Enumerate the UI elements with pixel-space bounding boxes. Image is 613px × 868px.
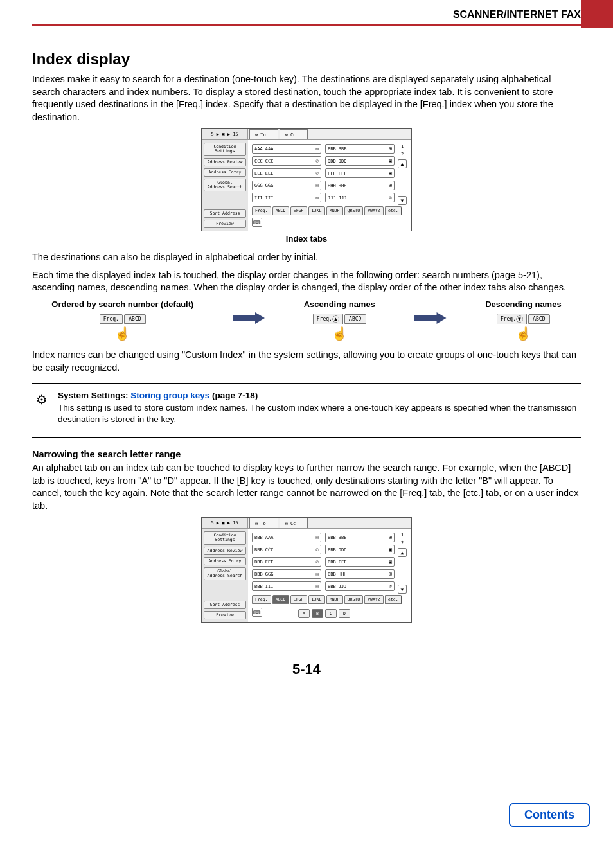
index-tab-ijkl[interactable]: IJKL (308, 595, 325, 604)
index-tab-efgh[interactable]: EFGH (290, 206, 307, 215)
destination[interactable]: BBB EEE✆ (252, 557, 321, 567)
note-header-b: (page 7-18) (209, 391, 258, 400)
page-1: 1 (401, 533, 404, 538)
mini-tab-abcd[interactable]: ABCD (124, 314, 146, 324)
destination[interactable]: BBB BBB⊞ (325, 533, 395, 542)
group-icon: ⊞ (389, 571, 392, 577)
mini-tab-freq[interactable]: Freq.▲ (313, 314, 343, 324)
section-header: SCANNER/INTERNET FAX (32, 0, 613, 26)
screenshot-narrowing: 5 ▶ ▣ ▶ 15 ✉To ✉Cc Condition Settings Ad… (201, 517, 412, 623)
header-red-block (581, 0, 613, 28)
phone-icon: ✆ (315, 158, 319, 164)
mail-icon: ✉ (315, 571, 319, 577)
letter-d-button[interactable]: D (339, 609, 350, 618)
index-tab-abcd[interactable]: ABCD (272, 206, 289, 215)
to-tab[interactable]: ✉To (249, 129, 278, 139)
index-tab-mnop[interactable]: MNOP (326, 206, 343, 215)
phone-icon: ✆ (315, 547, 319, 553)
folder-icon: ▣ (389, 158, 392, 164)
condition-settings-button[interactable]: Condition Settings (204, 531, 246, 544)
to-tab[interactable]: ✉To (249, 518, 278, 528)
destination[interactable]: BBB BBB⊞ (325, 144, 395, 154)
destination[interactable]: BBB GGG✉ (252, 569, 321, 579)
index-tab-vwxyz[interactable]: VWXYZ (364, 206, 384, 215)
narrowing-heading: Narrowing the search letter range (32, 449, 581, 459)
note-body: This setting is used to store custom ind… (58, 402, 581, 425)
destination[interactable]: EEE EEE✆ (252, 168, 321, 178)
index-tab-ijkl[interactable]: IJKL (308, 206, 325, 215)
cc-tab[interactable]: ✉Cc (280, 518, 308, 528)
index-tab-abcd[interactable]: ABCD (272, 595, 289, 604)
note-rule-top (32, 383, 581, 384)
keyboard-icon[interactable]: ⌨ (252, 218, 262, 227)
scroll-up-button[interactable]: ▲ (398, 159, 407, 168)
destination[interactable]: CCC CCC✆ (252, 156, 321, 166)
index-tab-freq[interactable]: Freq. (252, 595, 271, 604)
destination[interactable]: BBB FFF▣ (325, 557, 395, 567)
group-icon: ⊞ (389, 535, 392, 540)
order-examples: Ordered by search number (default) Freq.… (32, 299, 581, 341)
screenshot-index-display: 5 ▶ ▣ ▶ 15 ✉To ✉Cc Condition Settings Ad… (201, 128, 412, 231)
letter-a-button[interactable]: A (298, 609, 310, 618)
hand-icon: ☝ (304, 326, 375, 341)
destination[interactable]: DDD DDD▣ (325, 156, 395, 166)
index-tab-mnop[interactable]: MNOP (326, 595, 343, 604)
arrow-icon (414, 312, 447, 324)
phone-icon: ✆ (315, 170, 319, 176)
address-review-button[interactable]: Address Review (204, 158, 246, 166)
folder-icon: ▣ (389, 559, 392, 565)
scroll-down-button[interactable]: ▼ (398, 196, 407, 205)
mini-tab-abcd[interactable]: ABCD (528, 314, 550, 324)
destination[interactable]: BBB JJJ✆ (325, 581, 395, 591)
address-review-button[interactable]: Address Review (204, 547, 246, 555)
folder-icon: ▣ (389, 547, 392, 553)
page-indicator: 5 ▶ ▣ ▶ 15 (202, 129, 248, 139)
contents-button[interactable]: Contents (509, 803, 590, 827)
index-tab-qrstu[interactable]: QRSTU (344, 206, 364, 215)
preview-button[interactable]: Preview (204, 611, 246, 619)
destination[interactable]: BBB DDD▣ (325, 545, 395, 554)
index-tab-efgh[interactable]: EFGH (290, 595, 307, 604)
destination[interactable]: AAA AAA✉ (252, 144, 321, 154)
global-address-search-button[interactable]: Global Address Search (204, 179, 246, 191)
gear-icon: ⚙ (32, 390, 51, 409)
mini-tab-abcd[interactable]: ABCD (344, 314, 366, 324)
destination[interactable]: BBB III✉ (252, 581, 321, 591)
page-1: 1 (401, 144, 404, 149)
global-address-search-button[interactable]: Global Address Search (204, 567, 246, 580)
scroll-up-button[interactable]: ▲ (398, 548, 407, 557)
mini-tab-freq[interactable]: Freq. (100, 314, 123, 324)
index-tab-qrstu[interactable]: QRSTU (344, 595, 364, 604)
destination[interactable]: BBB AAA✉ (252, 533, 321, 542)
mail-icon: ✉ (315, 146, 319, 152)
condition-settings-button[interactable]: Condition Settings (204, 143, 246, 155)
address-entry-button[interactable]: Address Entry (204, 168, 246, 177)
letter-c-button[interactable]: C (325, 609, 337, 618)
destination[interactable]: BBB CCC✆ (252, 545, 321, 554)
letter-b-button[interactable]: B (312, 609, 323, 618)
keyboard-icon[interactable]: ⌨ (252, 608, 262, 617)
cc-tab[interactable]: ✉Cc (280, 129, 308, 139)
arrow-icon (233, 312, 265, 324)
note-link[interactable]: Storing group keys (130, 391, 209, 400)
scroll-down-button[interactable]: ▼ (398, 585, 407, 594)
para-display-order: Each time the displayed index tab is tou… (32, 269, 581, 294)
index-tab-vwxyz[interactable]: VWXYZ (364, 595, 384, 604)
para-alpha-order: The destinations can also be displayed i… (32, 251, 581, 264)
destination[interactable]: III III✉ (252, 193, 321, 202)
mini-tab-freq[interactable]: Freq.▼ (497, 314, 527, 324)
system-settings-note: ⚙ System Settings: Storing group keys (p… (32, 387, 581, 428)
destination[interactable]: JJJ JJJ✆ (325, 193, 395, 202)
address-entry-button[interactable]: Address Entry (204, 557, 246, 565)
sort-address-button[interactable]: Sort Address (204, 601, 246, 609)
index-tab-etc[interactable]: etc. (385, 206, 402, 215)
preview-button[interactable]: Preview (204, 220, 246, 228)
destination[interactable]: BBB HHH⊞ (325, 569, 395, 579)
index-tab-etc[interactable]: etc. (385, 595, 402, 604)
destination[interactable]: FFF FFF▣ (325, 168, 395, 178)
sort-address-button[interactable]: Sort Address (204, 209, 246, 218)
destination[interactable]: HHH HHH⊞ (325, 181, 395, 190)
index-tab-freq[interactable]: Freq. (252, 206, 271, 215)
page-indicator: 5 ▶ ▣ ▶ 15 (202, 518, 248, 528)
destination[interactable]: GGG GGG✉ (252, 181, 321, 190)
